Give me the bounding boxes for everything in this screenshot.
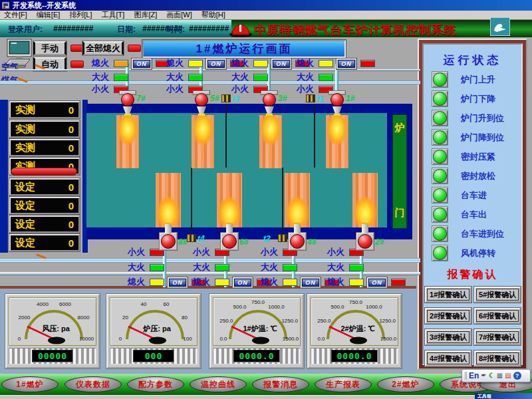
- off-alarm-indicator: [391, 279, 406, 286]
- scada-screen: 开发系统--开发系统 文件[F]编辑[E]排列[L]工具[T]图库[Z]画面[W…: [0, 0, 532, 399]
- off-indicator: [215, 279, 229, 286]
- nav-button-1[interactable]: 仪表数据: [65, 376, 122, 392]
- svg-text:250.0: 250.0: [219, 318, 233, 324]
- alarm-confirm-label-7: 7#报警确认: [476, 331, 519, 343]
- status-label-4: 密封压紧: [461, 148, 521, 165]
- measured-display-0: 实测0: [9, 101, 80, 118]
- air-pipe-label: 空气: [1, 61, 19, 73]
- nav-button-4[interactable]: 报警消息: [252, 376, 309, 392]
- screen-banner-label: 1#燃炉运行画面: [196, 41, 293, 57]
- all-extinguish-button[interactable]: 全部熄火: [82, 41, 124, 55]
- gauge-section: 0200040006000800010000风压: pa000000204060…: [0, 286, 416, 374]
- status-lamp-bulb-0: [433, 72, 447, 86]
- small-row-label: 小火: [327, 247, 347, 257]
- status-lamp-bulb-2: [433, 111, 447, 125]
- nav-button-3[interactable]: 温控曲线: [190, 376, 247, 392]
- keyboard-icon[interactable]: ▦: [497, 372, 503, 379]
- ime-icon[interactable]: ☾: [489, 372, 495, 379]
- language-bar-grip[interactable]: [465, 372, 467, 380]
- setpoint-display-0[interactable]: 设定0: [9, 178, 80, 196]
- time-value: #########: [189, 24, 229, 33]
- measured-display-2: 实测0: [9, 139, 80, 156]
- big-row-label: 大火: [166, 72, 186, 82]
- login-label: 登录用户:: [8, 24, 43, 35]
- menu-item-5[interactable]: 画面[W]: [166, 10, 192, 20]
- alarm-confirm-button-2[interactable]: 2#报警确认: [425, 308, 471, 324]
- on-button[interactable]: ON: [367, 277, 387, 288]
- menu-item-3[interactable]: 工具[T]: [102, 10, 125, 20]
- svg-text:500.0: 500.0: [331, 304, 344, 310]
- kingview-logo-icon: [490, 17, 510, 36]
- alarm-confirm-title: 报警确认: [424, 268, 521, 282]
- setpoint-display-3[interactable]: 设定0: [9, 234, 80, 251]
- menu-bar: 文件[F]编辑[E]排列[L]工具[T]图库[Z]画面[W]帮助[H]: [0, 11, 532, 20]
- nav-button-6[interactable]: 2#燃炉: [377, 376, 434, 392]
- on-button[interactable]: ON: [132, 59, 152, 69]
- flame-top-2: [259, 115, 282, 168]
- alarm-confirm-button-5[interactable]: 5#报警确认: [474, 287, 521, 303]
- on-button[interactable]: ON: [301, 277, 321, 288]
- menu-item-4[interactable]: 图库[Z]: [134, 10, 157, 20]
- status-lamp-7: [432, 206, 448, 223]
- nav-button-5[interactable]: 生产报表: [315, 376, 372, 392]
- gauge-face-1: 020406080100炉压: pa: [110, 297, 198, 346]
- setpoint-display-2[interactable]: 设定0: [9, 215, 80, 233]
- on-button[interactable]: ON: [233, 277, 253, 288]
- status-lamp-bulb-6: [433, 188, 447, 202]
- status-panel-inner: 运行状态 报警确认 炉门上升炉门下降炉门升到位炉门降到位密封压紧密封放松台车进台…: [422, 43, 523, 365]
- off-indicator: [253, 60, 268, 67]
- off-indicator: [349, 279, 364, 286]
- burner-ball-bottom-2: [290, 234, 305, 249]
- small-row-label: 小火: [92, 84, 112, 94]
- alarm-confirm-button-8[interactable]: 8#报警确认: [474, 350, 521, 366]
- gauge-face-0: 0200040006000800010000风压: pa: [9, 297, 96, 346]
- language-bar[interactable]: En ✒ ☾ ▦ ▤ ?: [462, 369, 531, 382]
- alarm-confirm-button-7[interactable]: 7#报警确认: [474, 329, 521, 345]
- alarm-confirm-button-6[interactable]: 6#报警确认: [474, 308, 521, 324]
- nav-button-2[interactable]: 配方参数: [127, 376, 184, 392]
- gauge-panel-3: 0.0250.0500.0750.01000.01250.01500.02#炉温…: [307, 294, 402, 368]
- svg-text:20: 20: [122, 315, 128, 321]
- on-button[interactable]: ON: [168, 277, 188, 288]
- big-indicator: [253, 74, 268, 81]
- measured-display-2-value: 0: [68, 142, 74, 154]
- flame-top-1: [192, 115, 214, 168]
- burner-ball-top-0: [121, 93, 134, 106]
- window-title: 开发系统--开发系统: [13, 1, 76, 11]
- thermocouple-rod-top-0: [225, 104, 227, 168]
- big-indicator: [319, 74, 333, 81]
- alarm-confirm-button-1[interactable]: 1#报警确认: [425, 287, 471, 303]
- toolbox-window-fragment[interactable]: 工具箱: [475, 393, 532, 399]
- help-icon[interactable]: ?: [513, 372, 521, 380]
- panel-icon[interactable]: ▤: [505, 372, 511, 379]
- on-button[interactable]: ON: [336, 59, 356, 69]
- alarm-confirm-button-4[interactable]: 4#报警确认: [425, 350, 471, 366]
- manual-button[interactable]: 手动: [33, 41, 66, 55]
- on-button[interactable]: ON: [271, 59, 291, 69]
- big-row-label: 大火: [92, 72, 112, 82]
- burner-nozzle-top-3: [334, 114, 340, 117]
- nav-button-0[interactable]: 1#燃炉: [1, 376, 59, 392]
- thermocouple-icon-bottom-0: [187, 234, 196, 242]
- on-button[interactable]: ON: [206, 59, 226, 69]
- menu-item-1[interactable]: 编辑[E]: [37, 10, 60, 20]
- small-row-label: 小火: [193, 247, 213, 257]
- svg-text:1250.0: 1250.0: [379, 318, 396, 324]
- burner-label-top-2: 3#: [278, 94, 295, 102]
- svg-text:1500.0: 1500.0: [283, 336, 299, 342]
- on-button-label: ON: [133, 60, 150, 68]
- pen-icon[interactable]: ✒: [481, 372, 486, 379]
- big-indicator: [114, 74, 128, 81]
- menu-item-0[interactable]: 文件[F]: [4, 10, 27, 20]
- menu-item-2[interactable]: 排列[L]: [69, 10, 92, 20]
- status-label-5: 密封放松: [461, 168, 521, 184]
- setpoint-display-1[interactable]: 设定0: [9, 197, 80, 214]
- burner-stem-bottom-2: [294, 224, 301, 233]
- alarm-confirm-button-3[interactable]: 3#报警确认: [425, 329, 471, 345]
- thermocouple-icon-top-1: [306, 94, 315, 102]
- window-titlebar[interactable]: 开发系统--开发系统: [0, 0, 532, 11]
- flame-bottom-3: [352, 173, 378, 227]
- menu-item-6[interactable]: 帮助[H]: [201, 10, 225, 20]
- gauge-lcd-0: 00000: [32, 350, 73, 362]
- language-indicator[interactable]: En: [469, 371, 479, 380]
